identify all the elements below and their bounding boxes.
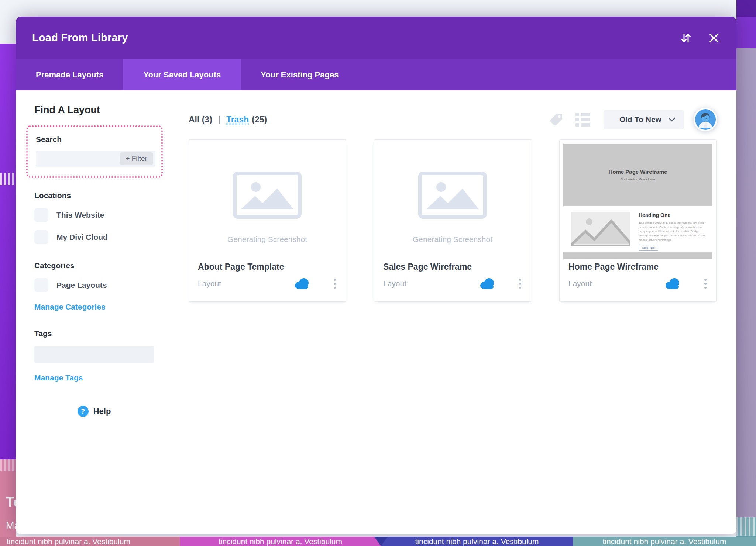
checkbox-label: This Website [56, 211, 104, 220]
background-right-teal-stripe-pattern [736, 517, 756, 536]
modal-header: Load From Library [16, 17, 736, 59]
sort-order-value: Old To New [613, 115, 668, 124]
tags-heading: Tags [34, 329, 185, 338]
load-from-library-modal: Load From Library Premade Layouts Your S… [16, 17, 736, 534]
image-placeholder-icon [418, 172, 487, 219]
sort-order-dropdown[interactable]: Old To New [604, 110, 684, 129]
thumbnail-placeholder: Generating Screenshot [374, 140, 531, 244]
layout-thumbnail: Home Page Wireframe Subheading Goes Here [563, 144, 712, 259]
list-view-icon[interactable] [575, 113, 590, 127]
modal-tab-bar: Premade Layouts Your Saved Layouts Your … [16, 59, 736, 90]
background-right-dark-purple-strip [736, 0, 756, 17]
card-type: Layout [383, 279, 406, 288]
card-meta: Layout [198, 277, 337, 290]
card-meta: Layout [383, 277, 523, 290]
layout-card-grid: Generating Screenshot About Page Templat… [189, 139, 717, 302]
search-highlight-box: Search + Filter [26, 125, 163, 178]
thumbnail-body-text: Your content goes here. Edit or remove t… [639, 221, 706, 242]
checkbox-this-website[interactable] [34, 208, 48, 222]
background-left-purple-strip [0, 44, 16, 459]
more-options-icon[interactable] [518, 277, 523, 290]
generating-screenshot-text: Generating Screenshot [227, 235, 307, 244]
more-options-icon[interactable] [703, 277, 708, 290]
filter-trash-link[interactable]: Trash [226, 115, 249, 125]
modal-title: Load From Library [32, 32, 128, 44]
avatar[interactable] [694, 108, 717, 131]
card-title: Home Page Wireframe [568, 262, 708, 272]
manage-tags-link[interactable]: Manage Tags [34, 373, 83, 382]
screen: Te Ma tincidunt nibh pulvinar a. Vestibu… [0, 0, 756, 546]
filter-trash-count: (25) [252, 115, 267, 125]
manage-categories-link[interactable]: Manage Categories [34, 303, 106, 311]
layout-card-about-page-template[interactable]: Generating Screenshot About Page Templat… [189, 139, 346, 302]
more-options-icon[interactable] [332, 277, 337, 290]
modal-header-actions [680, 32, 720, 44]
thumbnail-heading: Heading One [639, 212, 706, 218]
thumbnail-hero-section: Home Page Wireframe Subheading Goes Here [563, 144, 712, 206]
tab-premade-layouts[interactable]: Premade Layouts [16, 59, 123, 90]
thumbnail-image-placeholder-icon [571, 212, 630, 246]
location-my-divi-cloud-row[interactable]: My Divi Cloud [34, 230, 185, 244]
background-heading-cut: Te [6, 494, 16, 510]
card-meta: Layout [568, 277, 708, 290]
thumbnail-text-column: Heading One Your content goes here. Edit… [639, 212, 706, 252]
cloud-icon [479, 278, 496, 290]
background-subtext-cut: Ma [6, 520, 16, 532]
layout-card-home-page-wireframe[interactable]: Home Page Wireframe Subheading Goes Here [559, 139, 717, 302]
library-sidebar: Find A Layout Search + Filter Locations … [16, 90, 185, 534]
background-right-mauve-strip [736, 48, 756, 517]
results-toolbar: All (3) | Trash (25) [189, 108, 717, 131]
help-icon: ? [78, 406, 89, 417]
tab-your-existing-pages[interactable]: Your Existing Pages [241, 59, 358, 90]
image-placeholder-icon [233, 172, 302, 219]
checkbox-my-divi-cloud[interactable] [34, 230, 48, 244]
card-type: Layout [198, 279, 221, 288]
footer-segment: tincidunt nibh pulvinar a. Vestibulum [0, 537, 180, 546]
background-left-rose-section: Te Ma [0, 471, 16, 546]
library-main-panel: All (3) | Trash (25) [185, 90, 736, 534]
footer-segment: tincidunt nibh pulvinar a. Vestibulum [180, 537, 381, 546]
filter-divider: | [218, 115, 220, 125]
cloud-icon [664, 278, 681, 290]
category-page-layouts-row[interactable]: Page Layouts [34, 278, 185, 292]
background-left-pink-stripe-pattern [0, 459, 16, 471]
add-filter-button[interactable]: + Filter [120, 152, 153, 165]
help-label: Help [93, 407, 111, 416]
location-this-website-row[interactable]: This Website [34, 208, 185, 222]
tag-view-icon[interactable] [549, 112, 564, 127]
checkbox-page-layouts[interactable] [34, 278, 48, 292]
filter-all[interactable]: All (3) [189, 115, 212, 125]
page-footer-bar: tincidunt nibh pulvinar a. Vestibulum ti… [0, 537, 756, 546]
sidebar-heading: Find A Layout [34, 104, 185, 116]
card-footer: Home Page Wireframe Layout [560, 262, 716, 301]
search-row: + Filter [36, 151, 155, 167]
generating-screenshot-text: Generating Screenshot [413, 235, 492, 244]
results-filters: All (3) | Trash (25) [189, 115, 267, 125]
footer-segment: tincidunt nibh pulvinar a. Vestibulum [381, 537, 573, 546]
card-title: Sales Page Wireframe [383, 262, 523, 272]
sort-arrows-icon[interactable] [680, 32, 692, 44]
card-type: Layout [568, 279, 592, 288]
help-button[interactable]: ? Help [34, 406, 154, 417]
grid-view-icon[interactable] [526, 114, 537, 125]
search-label: Search [36, 135, 155, 144]
card-footer: Sales Page Wireframe Layout [374, 262, 531, 301]
tab-your-saved-layouts[interactable]: Your Saved Layouts [123, 59, 241, 90]
categories-heading: Categories [34, 261, 185, 270]
thumbnail-button: Click Here [639, 245, 658, 251]
footer-notch-decoration [374, 537, 388, 546]
thumbnail-content-section: Heading One Your content goes here. Edit… [563, 206, 712, 252]
cloud-icon [294, 278, 311, 290]
layout-card-sales-page-wireframe[interactable]: Generating Screenshot Sales Page Wirefra… [374, 139, 531, 302]
close-icon[interactable] [708, 32, 720, 44]
modal-body: Find A Layout Search + Filter Locations … [16, 90, 736, 534]
thumbnail-hero-subtitle: Subheading Goes Here [621, 177, 655, 181]
background-left-stripe-pattern [0, 173, 16, 185]
view-controls: Old To New [526, 108, 717, 131]
tags-input[interactable] [34, 346, 154, 363]
card-footer: About Page Template Layout [189, 262, 346, 301]
locations-heading: Locations [34, 191, 185, 200]
card-title: About Page Template [198, 262, 337, 272]
chevron-down-icon [668, 117, 676, 122]
footer-segment: tincidunt nibh pulvinar a. Vestibulum [573, 537, 756, 546]
